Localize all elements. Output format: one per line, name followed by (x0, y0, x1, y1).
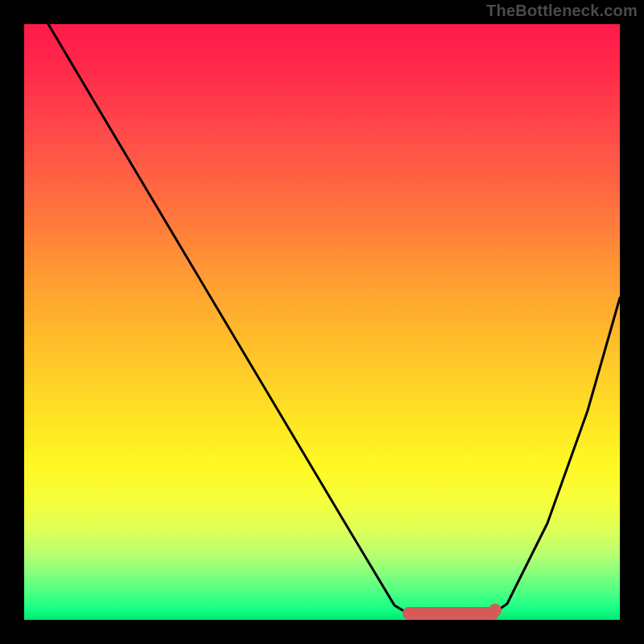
chart-frame: TheBottleneck.com (0, 0, 644, 644)
curve-layer (24, 24, 620, 620)
watermark-text: TheBottleneck.com (486, 2, 638, 20)
optimal-zone-end-dot (489, 604, 502, 617)
plot-area (24, 24, 620, 620)
bottleneck-curve (48, 24, 620, 617)
